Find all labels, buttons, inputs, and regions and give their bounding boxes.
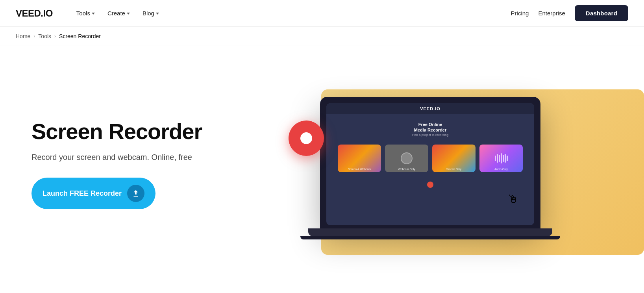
enterprise-link[interactable]: Enterprise xyxy=(538,10,565,17)
nav-blog[interactable]: Blog xyxy=(138,7,164,20)
laptop-illustration: VEED.IO Free Online Media Recorder Pick … xyxy=(320,97,560,239)
screen-subtitle: Pick a project to recording xyxy=(412,133,449,137)
laptop-bottom-strip xyxy=(300,236,560,239)
webcam-circle xyxy=(401,152,413,164)
laptop-topbar: VEED.IO xyxy=(326,103,534,114)
blog-chevron-icon xyxy=(156,13,159,15)
navbar: VEED.IO Tools Create Blog Pricing Enterp… xyxy=(0,0,644,27)
laptop-screen: VEED.IO Free Online Media Recorder Pick … xyxy=(326,103,534,225)
dashboard-button[interactable]: Dashboard xyxy=(575,5,628,21)
pricing-link[interactable]: Pricing xyxy=(511,10,529,17)
laptop-body: VEED.IO Free Online Media Recorder Pick … xyxy=(320,97,540,228)
hero-right: VEED.IO Free Online Media Recorder Pick … xyxy=(228,78,628,251)
logo[interactable]: VEED.IO xyxy=(16,8,53,19)
card-screen-only[interactable]: Screen Only xyxy=(432,145,476,172)
nav-links: Tools Create Blog xyxy=(72,7,511,20)
tools-chevron-icon xyxy=(92,13,95,15)
laptop-base xyxy=(308,228,552,236)
card-webcam-only[interactable]: Webcam Only xyxy=(385,145,428,172)
screen-record-dot xyxy=(427,182,433,188)
nav-right: Pricing Enterprise Dashboard xyxy=(511,5,628,21)
launch-recorder-button[interactable]: Launch FREE Recorder xyxy=(31,178,155,209)
breadcrumb-tools[interactable]: Tools xyxy=(38,33,51,39)
card-screen-webcam[interactable]: Screen & Webcam xyxy=(338,145,381,172)
create-chevron-icon xyxy=(127,13,130,15)
card-audio-only[interactable]: Audio Only xyxy=(479,145,523,172)
screen-content: Free Online Media Recorder Pick a projec… xyxy=(326,114,534,196)
breadcrumb-home[interactable]: Home xyxy=(16,33,30,39)
nav-create[interactable]: Create xyxy=(103,7,135,20)
recorder-type-cards: Screen & Webcam Webcam Only Screen Only xyxy=(338,145,523,172)
screen-title2: Media Recorder xyxy=(414,128,447,132)
screen-title: Free Online xyxy=(418,122,442,127)
breadcrumb-sep-1: › xyxy=(33,33,35,39)
hero-left: Screen Recorder Record your screen and w… xyxy=(31,119,228,210)
hero-subtitle: Record your screen and webcam. Online, f… xyxy=(31,153,228,162)
hero-section: Screen Recorder Record your screen and w… xyxy=(0,46,644,274)
cursor-icon: 🖱 xyxy=(507,193,518,206)
breadcrumb-current: Screen Recorder xyxy=(59,33,101,39)
record-button-float xyxy=(289,121,324,156)
record-inner-dot xyxy=(300,132,312,144)
nav-tools[interactable]: Tools xyxy=(72,7,100,20)
upload-icon xyxy=(127,185,144,202)
audio-wave-icon xyxy=(495,153,508,163)
page-title: Screen Recorder xyxy=(31,119,228,144)
breadcrumb-sep-2: › xyxy=(54,33,56,39)
breadcrumb: Home › Tools › Screen Recorder xyxy=(0,27,644,46)
